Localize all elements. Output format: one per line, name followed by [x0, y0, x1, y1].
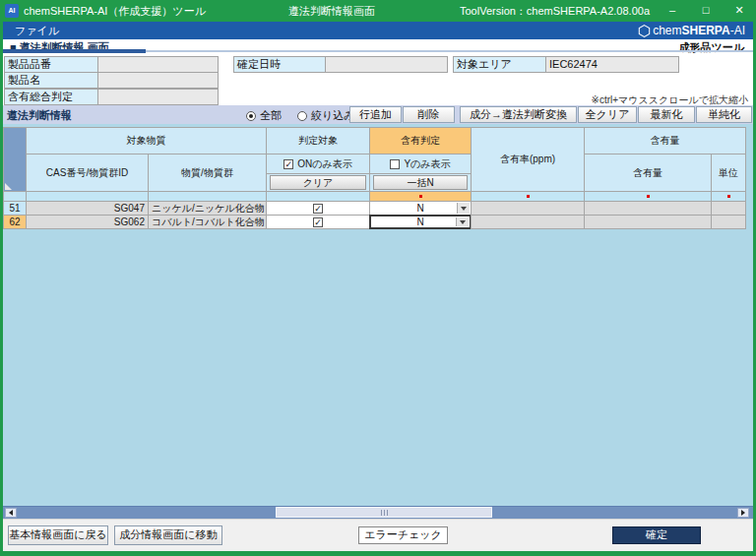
row-gutter-header — [3, 127, 27, 192]
radio-unselected-icon — [297, 111, 307, 121]
convert-button[interactable]: 成分→遵法判断変換 — [460, 106, 577, 123]
product-name-label: 製品名 — [4, 72, 98, 89]
thumb-grip-icon — [381, 510, 388, 516]
total-judgment-label: 含有総合判定 — [4, 89, 98, 105]
chemsherpa-logo: chemSHERPA-AI — [638, 23, 745, 38]
cell-content-rate[interactable] — [471, 215, 585, 229]
maximize-button[interactable]: □ — [689, 0, 723, 22]
cell-judgment-target[interactable]: ✓ — [266, 215, 370, 229]
total-judgment-field — [97, 89, 219, 105]
clear-judgment-button[interactable]: クリア — [270, 175, 366, 190]
cell-judgment-target[interactable]: ✓ — [266, 201, 370, 216]
chevron-down-icon[interactable] — [456, 217, 469, 226]
required-marker — [647, 195, 650, 198]
refresh-button[interactable]: 最新化 — [638, 106, 695, 123]
menu-file[interactable]: ファイル — [15, 24, 59, 38]
row-number[interactable]: 62 — [3, 215, 27, 229]
cell-cas-id: SG062 — [26, 215, 149, 229]
product-number-field[interactable] — [97, 56, 219, 73]
app-icon: AI — [5, 4, 19, 18]
col-header-content-rate: 含有率(ppm) — [471, 127, 585, 192]
minimize-button[interactable]: – — [656, 0, 689, 22]
checkbox-unchecked-icon[interactable] — [390, 159, 400, 169]
radio-show-all[interactable]: 全部 — [246, 108, 282, 123]
target-area-field[interactable]: IEC62474 — [545, 56, 679, 73]
row-number[interactable]: 51 — [3, 201, 27, 216]
dropdown-value: N — [416, 216, 423, 227]
dropdown-value: N — [416, 203, 423, 214]
content-judgment-dropdown[interactable]: N — [369, 201, 472, 216]
radio-filtered-label: 絞り込み — [311, 108, 355, 123]
radio-dot — [249, 114, 253, 118]
delete-button[interactable]: 削除 — [403, 106, 455, 123]
y-only-label: Yのみ表示 — [404, 157, 450, 171]
tool-type-label: 成形品ツール — [678, 40, 744, 55]
arrow-left-icon — [9, 510, 13, 516]
select-all-corner[interactable] — [5, 183, 12, 190]
section-label: 遵法判断情報 — [7, 108, 72, 123]
move-to-component-info-button[interactable]: 成分情報画面に移動 — [114, 525, 222, 545]
radio-show-all-label: 全部 — [260, 108, 282, 123]
tool-version: ToolVersion：chemSHERPA-A2.08.00a — [460, 4, 650, 19]
content-judgment-dropdown-focused[interactable]: N — [369, 215, 472, 229]
col-header-cas-id: CAS番号/物質群ID — [26, 154, 149, 192]
target-area-label: 対象エリア — [453, 56, 546, 73]
add-row-button[interactable]: 行追加 — [349, 106, 402, 123]
scroll-right-button[interactable] — [737, 508, 749, 518]
required-marker — [727, 195, 730, 198]
cell-content-amount[interactable] — [584, 201, 712, 216]
confirm-datetime-field — [325, 56, 448, 73]
product-name-field[interactable] — [97, 72, 219, 89]
chevron-down-icon[interactable] — [457, 203, 470, 214]
radio-filtered[interactable]: 絞り込み — [297, 108, 355, 123]
close-button[interactable]: ✕ — [723, 0, 756, 22]
back-to-basic-info-button[interactable]: 基本情報画面に戻る — [8, 525, 108, 545]
on-only-label: ONのみ表示 — [297, 157, 351, 171]
required-marker — [419, 195, 422, 198]
window-controls: – □ ✕ — [656, 0, 756, 22]
radio-selected-icon — [246, 111, 256, 121]
col-header-unit: 単位 — [711, 154, 746, 192]
col-header-content-amount-group: 含有量 — [584, 127, 746, 154]
col-header-substance-group: 物質/物質群 — [148, 154, 267, 192]
product-number-label: 製品品番 — [4, 56, 98, 73]
hexagon-icon — [638, 25, 651, 37]
checkbox-checked-icon[interactable]: ✓ — [313, 204, 323, 214]
title-underline-accent — [3, 49, 146, 53]
clear-all-button[interactable]: 全クリア — [578, 106, 637, 123]
logo-chem: chem — [653, 24, 681, 37]
window-title: chemSHERPA-AI（作成支援）ツール — [24, 4, 206, 19]
y-only-filter[interactable]: Yのみ表示 — [369, 154, 472, 174]
on-only-filter[interactable]: ✓ONのみ表示 — [266, 154, 370, 174]
screen-name-title: 遵法判断情報画面 — [288, 4, 375, 19]
checkbox-checked-icon[interactable]: ✓ — [284, 159, 293, 169]
cell-substance: ニッケル/ニッケル化合物 — [148, 201, 267, 216]
error-check-button[interactable]: エラーチェック — [358, 526, 448, 544]
app-window: AI chemSHERPA-AI（作成支援）ツール 遵法判断情報画面 ToolV… — [0, 0, 756, 556]
titlebar: AI chemSHERPA-AI（作成支援）ツール 遵法判断情報画面 ToolV… — [0, 0, 756, 22]
cell-unit[interactable] — [711, 201, 746, 216]
required-marker — [527, 195, 530, 198]
cell-cas-id: SG047 — [26, 201, 149, 216]
col-header-target-substance: 対象物質 — [26, 127, 267, 154]
scroll-left-button[interactable] — [5, 508, 17, 518]
col-header-content-amount: 含有量 — [584, 154, 712, 192]
bulk-n-button[interactable]: 一括N — [373, 175, 468, 190]
menubar: ファイル chemSHERPA-AI — [3, 22, 753, 39]
cell-unit[interactable] — [711, 215, 746, 229]
col-header-judgment-target: 判定対象 — [266, 127, 370, 154]
logo-suffix: -AI — [730, 24, 745, 37]
arrow-right-icon — [741, 510, 745, 516]
simplify-button[interactable]: 単純化 — [696, 106, 752, 123]
logo-sherpa: SHERPA — [682, 24, 730, 37]
confirm-button[interactable]: 確定 — [612, 526, 701, 544]
col-header-content-judgment: 含有判定 — [369, 127, 472, 154]
cell-content-rate[interactable] — [471, 201, 585, 216]
cell-substance: コバルト/コバルト化合物 — [148, 215, 267, 229]
confirm-datetime-label: 確定日時 — [233, 56, 326, 73]
checkbox-checked-icon[interactable]: ✓ — [313, 217, 323, 227]
scrollbar-thumb[interactable] — [276, 507, 492, 518]
cell-content-amount[interactable] — [584, 215, 712, 229]
